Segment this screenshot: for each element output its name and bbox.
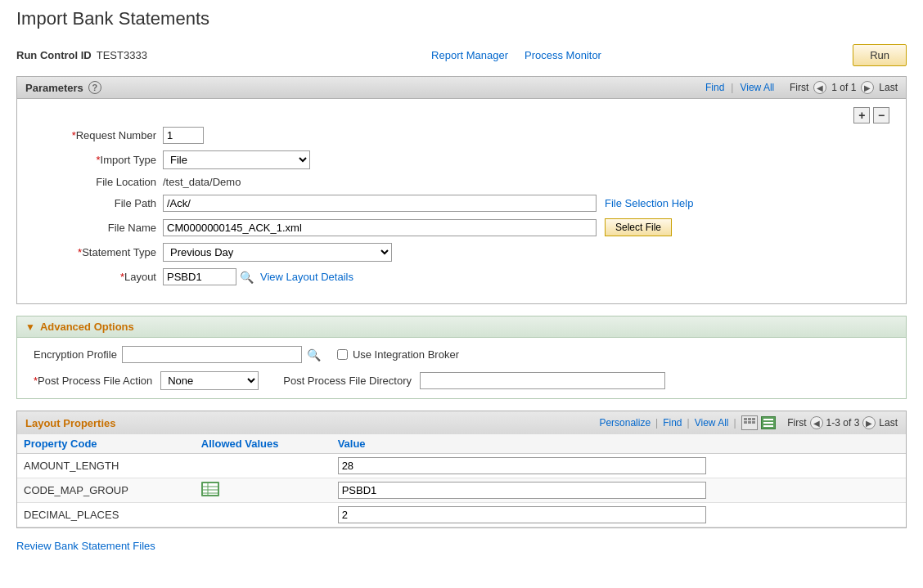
lp-prev-btn[interactable]: ◀	[810, 416, 823, 429]
request-number-input[interactable]	[163, 127, 204, 144]
statement-type-select[interactable]: Previous Day Current Day Prior Day	[163, 243, 392, 262]
file-path-input[interactable]	[163, 195, 597, 212]
file-selection-help-link[interactable]: File Selection Help	[605, 197, 693, 209]
advanced-options-content: Encryption Profile 🔍 Use Integration Bro…	[16, 338, 907, 399]
use-integration-broker-checkbox[interactable]	[337, 349, 348, 360]
request-number-label: *Request Number	[34, 129, 156, 141]
encryption-profile-input[interactable]	[122, 346, 302, 363]
encryption-search-icon[interactable]: 🔍	[307, 348, 321, 361]
layout-row: *Layout 🔍 View Layout Details	[34, 268, 889, 285]
view-all-link[interactable]: View All	[740, 82, 774, 93]
file-location-row: File Location /test_data/Demo	[34, 176, 889, 188]
file-name-row: File Name Select File	[34, 218, 889, 236]
statement-type-label: *Statement Type	[34, 246, 156, 258]
file-path-row: File Path File Selection Help	[34, 195, 889, 212]
import-type-label: *Import Type	[34, 154, 156, 166]
layout-label: *Layout	[34, 271, 156, 283]
review-bank-statement-files-link[interactable]: Review Bank Statement Files	[16, 540, 907, 552]
allowed-values-icon[interactable]	[201, 487, 219, 499]
advanced-options-header[interactable]: ▼ Advanced Options	[16, 316, 907, 338]
value-cell	[331, 478, 906, 503]
post-process-dir-label: Post Process File Directory	[283, 375, 412, 387]
page-title: Import Bank Statements	[16, 8, 907, 33]
value-cell	[331, 454, 906, 478]
post-process-label: *Post Process File Action	[34, 375, 152, 387]
add-row-button[interactable]: +	[853, 107, 870, 123]
import-type-row: *Import Type File Message	[34, 150, 889, 169]
report-manager-link[interactable]: Report Manager	[431, 49, 508, 61]
header-nav-links: Report Manager Process Monitor	[180, 49, 853, 61]
layout-properties-table: Property Code Allowed Values Value AMOUN…	[17, 434, 906, 527]
value-input-field[interactable]	[338, 457, 706, 474]
parameters-section-header: Parameters ? Find | View All First ◀ 1 o…	[16, 76, 907, 99]
value-input-field[interactable]	[338, 506, 706, 523]
layout-input[interactable]	[163, 268, 236, 285]
post-process-dir-input[interactable]	[420, 372, 665, 389]
encryption-row: Encryption Profile 🔍 Use Integration Bro…	[34, 346, 889, 363]
file-location-value: /test_data/Demo	[163, 176, 241, 188]
advanced-options-title: Advanced Options	[40, 321, 134, 333]
table-row: DECIMAL_PLACES	[17, 503, 906, 527]
file-name-label: File Name	[34, 222, 156, 234]
svg-rect-1	[748, 418, 751, 420]
spreadsheet-icon[interactable]	[761, 416, 776, 429]
broker-group: Use Integration Broker	[337, 348, 459, 361]
svg-rect-0	[744, 418, 747, 420]
layout-properties-header: Layout Properties Personalize | Find | V…	[17, 411, 906, 434]
import-type-select[interactable]: File Message	[163, 150, 310, 169]
table-row: CODE_MAP_GROUP	[17, 478, 906, 503]
layout-properties-section: Layout Properties Personalize | Find | V…	[16, 411, 907, 528]
process-monitor-link[interactable]: Process Monitor	[525, 49, 601, 61]
encryption-profile-label: Encryption Profile	[34, 348, 117, 361]
col-allowed-values: Allowed Values	[195, 434, 331, 454]
statement-type-row: *Statement Type Previous Day Current Day…	[34, 243, 889, 262]
file-name-input[interactable]	[163, 219, 597, 236]
personalize-link[interactable]: Personalize	[599, 417, 651, 429]
allowed-values-cell	[195, 478, 331, 503]
allowed-values-cell	[195, 503, 331, 527]
view-layout-details-link[interactable]: View Layout Details	[260, 271, 353, 283]
file-path-label: File Path	[34, 197, 156, 209]
request-number-row: *Request Number	[34, 127, 889, 144]
grid-view-icon[interactable]	[741, 415, 758, 430]
post-process-select[interactable]: None Delete Move	[160, 371, 259, 390]
parameters-title: Parameters ?	[25, 81, 101, 94]
svg-rect-3	[744, 421, 747, 424]
table-row: AMOUNT_LENGTH	[17, 454, 906, 478]
add-remove-controls: + −	[34, 107, 889, 123]
post-process-row: *Post Process File Action None Delete Mo…	[34, 371, 889, 390]
file-location-label: File Location	[34, 176, 156, 188]
run-control-bar: Run Control ID TEST3333 Report Manager P…	[16, 44, 907, 66]
layout-properties-nav: Personalize | Find | View All |	[599, 415, 898, 430]
use-integration-broker-label: Use Integration Broker	[353, 348, 459, 361]
value-input-field[interactable]	[338, 482, 706, 499]
select-file-button[interactable]: Select File	[605, 218, 672, 236]
col-value: Value	[331, 434, 906, 454]
property-code-cell: DECIMAL_PLACES	[17, 503, 195, 527]
remove-row-button[interactable]: −	[873, 107, 889, 123]
parameters-content: + − *Request Number *Import Type File Me…	[16, 99, 907, 304]
run-control-value: TEST3333	[97, 49, 147, 61]
value-cell	[331, 503, 906, 527]
next-page-btn[interactable]: ▶	[861, 81, 874, 94]
svg-rect-5	[752, 421, 755, 424]
lp-view-all-link[interactable]: View All	[695, 417, 729, 429]
parameters-nav: Find | View All First ◀ 1 of 1 ▶ Last	[705, 81, 898, 94]
allowed-values-cell	[195, 454, 331, 478]
prev-page-btn[interactable]: ◀	[813, 81, 826, 94]
run-control-label: Run Control ID	[16, 49, 92, 61]
parameters-help-icon[interactable]: ?	[88, 81, 101, 94]
lp-next-btn[interactable]: ▶	[862, 416, 876, 429]
layout-properties-title: Layout Properties	[25, 417, 116, 429]
collapse-arrow-icon: ▼	[25, 321, 35, 333]
svg-rect-2	[752, 418, 755, 420]
encryption-group: Encryption Profile 🔍	[34, 346, 321, 363]
layout-search-icon[interactable]: 🔍	[240, 271, 254, 284]
run-button[interactable]: Run	[853, 44, 907, 66]
property-code-cell: AMOUNT_LENGTH	[17, 454, 195, 478]
find-link[interactable]: Find	[705, 82, 724, 93]
col-property-code: Property Code	[17, 434, 195, 454]
lp-find-link[interactable]: Find	[663, 417, 682, 429]
property-code-cell: CODE_MAP_GROUP	[17, 478, 195, 503]
svg-rect-4	[748, 421, 751, 424]
